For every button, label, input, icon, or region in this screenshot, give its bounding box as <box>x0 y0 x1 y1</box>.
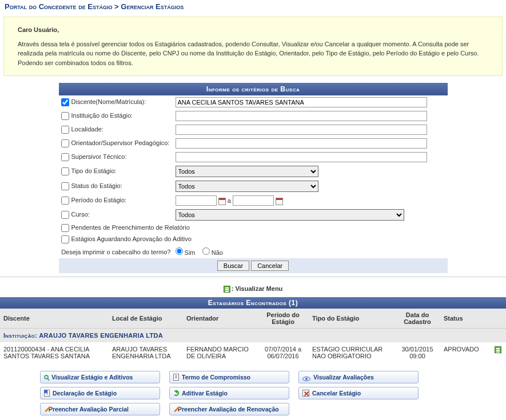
lbl-curso: Curso: <box>71 211 90 218</box>
menu-aditivar[interactable]: Aditivar Estágio <box>169 387 289 399</box>
cell-periodo: 07/07/2014 a 06/07/2016 <box>257 342 309 363</box>
lbl-orientador: Orientador/Supervisor Pedagógico: <box>71 139 170 146</box>
lbl-status: Status do Estágio: <box>71 182 122 189</box>
row-menu-icon[interactable] <box>495 346 501 353</box>
radio-nao[interactable] <box>202 247 210 255</box>
calendar-icon[interactable] <box>218 198 226 205</box>
menu-icon <box>224 286 230 293</box>
col-discente: Discente <box>0 309 109 329</box>
chk-pendentes[interactable] <box>61 224 69 232</box>
lbl-aguardando: Estágios Aguardando Aprovação do Aditivo <box>71 235 192 242</box>
table-row: 201120000434 - ANA CECILIA SANTOS TAVARE… <box>0 342 506 363</box>
menu-visualizar-aval[interactable]: Visualizar Avaliações <box>298 371 419 383</box>
lbl-pendentes: Pendentes de Preenchimento de Relatório <box>71 224 190 231</box>
inst-name: ARAUJO TAVARES ENGENHARIA LTDA <box>39 332 163 339</box>
legend-text: : Visualizar Menu <box>232 285 283 292</box>
cell-status: APROVADO <box>440 342 491 363</box>
col-status: Status <box>440 309 491 329</box>
periodo-sep: a <box>228 197 231 204</box>
input-periodo-fim[interactable] <box>233 195 274 206</box>
input-instituicao[interactable] <box>176 111 427 121</box>
buscar-button[interactable]: Buscar <box>217 261 249 271</box>
col-periodo: Período do Estágio <box>257 309 309 329</box>
lbl-periodo: Período do Estágio: <box>71 197 127 203</box>
chk-supervisor[interactable] <box>61 153 69 161</box>
chk-aguardando[interactable] <box>61 235 69 243</box>
menu-cancelar-estagio[interactable]: Cancelar Estágio <box>298 387 419 399</box>
notice-box: Caro Usuário, Através dessa tela é possí… <box>3 17 503 76</box>
calendar-icon[interactable] <box>276 198 283 205</box>
menu-declaracao[interactable]: Declaração de Estágio <box>40 387 160 399</box>
menu-label: Visualizar Estágio e Aditivos <box>51 374 133 381</box>
eye-icon <box>302 377 310 381</box>
input-discente[interactable] <box>176 97 427 107</box>
document-icon <box>44 390 50 397</box>
lbl-print: Deseja imprimir o cabecalho do termo? <box>61 249 170 255</box>
notice-greeting: Caro Usuário, <box>18 25 488 35</box>
chk-periodo[interactable] <box>61 197 69 205</box>
lbl-localidade: Localidade: <box>71 126 103 133</box>
menu-label: Preencher Avaliação de Renovação <box>178 406 279 413</box>
chk-discente[interactable] <box>61 98 69 106</box>
cell-discente: 201120000434 - ANA CECILIA SANTOS TAVARE… <box>0 342 109 363</box>
chk-tipo[interactable] <box>61 167 69 175</box>
input-localidade[interactable] <box>176 125 427 135</box>
input-supervisor[interactable] <box>176 152 427 162</box>
menu-label: Termo de Compromisso <box>182 374 250 381</box>
chk-curso[interactable] <box>61 211 69 219</box>
menu-label: Aditivar Estágio <box>182 390 228 397</box>
select-status[interactable]: Todos <box>176 181 318 192</box>
col-local: Local de Estágio <box>109 309 183 329</box>
menu-aval-renov[interactable]: Preencher Avaliação de Renovação <box>169 403 289 415</box>
menu-aval-parcial[interactable]: Preencher Avaliação Parcial <box>40 403 160 415</box>
col-orientador: Orientador <box>183 309 257 329</box>
col-cadastro: Data do Cadastro <box>395 309 440 329</box>
select-curso[interactable]: Todos <box>176 209 404 221</box>
cancel-icon <box>302 390 309 397</box>
cell-cadastro: 30/01/2015 09:00 <box>395 342 440 363</box>
lbl-discente: Discente(Nome/Matrícula): <box>71 98 146 105</box>
cell-tipo: ESTAGIO CURRICULAR NAO OBRIGATORIO <box>309 342 395 363</box>
chk-instituicao[interactable] <box>61 112 69 120</box>
col-tipo: Tipo do Estágio <box>309 309 395 329</box>
lbl-sim: Sim <box>185 249 196 256</box>
lbl-tipo: Tipo do Estágio: <box>71 167 117 174</box>
menu-label: Cancelar Estágio <box>312 390 361 397</box>
input-periodo-inicio[interactable] <box>176 195 217 206</box>
table-header-row: Discente Local de Estágio Orientador Per… <box>0 309 506 329</box>
inst-label: Instituição: <box>3 332 37 339</box>
results-header: Estagiários Encontrados (1) <box>0 297 506 309</box>
results-table: Discente Local de Estágio Orientador Per… <box>0 309 506 420</box>
notice-body: Através dessa tela é possível gerenciar … <box>18 41 479 66</box>
chk-orientador[interactable] <box>61 139 69 147</box>
lbl-supervisor: Supersivor Técnico: <box>71 153 127 160</box>
cancelar-button[interactable]: Cancelar <box>251 261 289 271</box>
menu-label: Preencher Avaliação Parcial <box>49 406 129 413</box>
cell-orientador: FERNANDO MARCIO DE OLIVEIRA <box>183 342 257 363</box>
chk-localidade[interactable] <box>61 126 69 134</box>
lbl-nao: Não <box>212 249 223 256</box>
breadcrumb: Portal do Concedente de Estágio > Gerenc… <box>0 0 506 13</box>
document-icon <box>173 374 179 381</box>
lbl-instituicao: Instituição do Estágio: <box>71 112 133 119</box>
chk-status[interactable] <box>61 182 69 190</box>
criteria-header: Informe os critérios de Busca <box>59 83 448 95</box>
menu-termo[interactable]: Termo de Compromisso <box>169 371 289 383</box>
menu-visualizar-estagio[interactable]: Visualizar Estágio e Aditivos <box>40 371 160 383</box>
institution-row: Instituição: ARAUJO TAVARES ENGENHARIA L… <box>0 329 506 343</box>
action-menu: Visualizar Estágio e Aditivos Termo de C… <box>40 371 466 415</box>
search-criteria-section: Informe os critérios de Busca Discente(N… <box>59 83 448 273</box>
input-orientador[interactable] <box>176 138 427 149</box>
search-icon <box>44 375 49 379</box>
menu-label: Declaração de Estágio <box>53 390 117 397</box>
legend-row: : Visualizar Menu <box>0 281 506 297</box>
radio-sim[interactable] <box>176 247 183 255</box>
select-tipo[interactable]: Todos <box>176 166 318 177</box>
refresh-icon <box>173 390 179 396</box>
cell-local: ARAUJO TAVARES ENGENHARIA LTDA <box>109 342 183 363</box>
menu-label: Visualizar Avaliações <box>313 374 374 381</box>
